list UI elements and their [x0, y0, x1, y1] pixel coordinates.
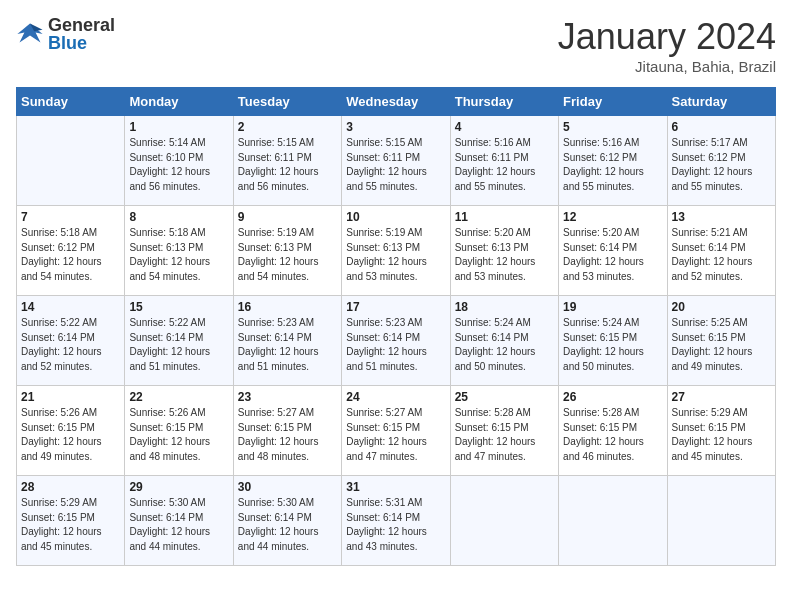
day-number: 26 — [563, 390, 662, 404]
day-info: Sunrise: 5:31 AMSunset: 6:14 PMDaylight:… — [346, 496, 445, 554]
day-info: Sunrise: 5:21 AMSunset: 6:14 PMDaylight:… — [672, 226, 771, 284]
day-info: Sunrise: 5:15 AMSunset: 6:11 PMDaylight:… — [238, 136, 337, 194]
day-info: Sunrise: 5:26 AMSunset: 6:15 PMDaylight:… — [129, 406, 228, 464]
calendar-cell — [450, 476, 558, 566]
calendar-cell: 9Sunrise: 5:19 AMSunset: 6:13 PMDaylight… — [233, 206, 341, 296]
day-info: Sunrise: 5:22 AMSunset: 6:14 PMDaylight:… — [129, 316, 228, 374]
day-number: 9 — [238, 210, 337, 224]
calendar-cell: 31Sunrise: 5:31 AMSunset: 6:14 PMDayligh… — [342, 476, 450, 566]
day-info: Sunrise: 5:18 AMSunset: 6:13 PMDaylight:… — [129, 226, 228, 284]
day-info: Sunrise: 5:27 AMSunset: 6:15 PMDaylight:… — [346, 406, 445, 464]
day-number: 10 — [346, 210, 445, 224]
day-info: Sunrise: 5:29 AMSunset: 6:15 PMDaylight:… — [672, 406, 771, 464]
calendar-cell: 23Sunrise: 5:27 AMSunset: 6:15 PMDayligh… — [233, 386, 341, 476]
day-info: Sunrise: 5:20 AMSunset: 6:14 PMDaylight:… — [563, 226, 662, 284]
day-number: 30 — [238, 480, 337, 494]
week-row-2: 7Sunrise: 5:18 AMSunset: 6:12 PMDaylight… — [17, 206, 776, 296]
calendar-cell: 16Sunrise: 5:23 AMSunset: 6:14 PMDayligh… — [233, 296, 341, 386]
day-number: 23 — [238, 390, 337, 404]
day-number: 28 — [21, 480, 120, 494]
day-number: 18 — [455, 300, 554, 314]
month-title: January 2024 — [558, 16, 776, 58]
day-header-wednesday: Wednesday — [342, 88, 450, 116]
day-header-tuesday: Tuesday — [233, 88, 341, 116]
logo-text: General Blue — [48, 16, 115, 52]
day-info: Sunrise: 5:14 AMSunset: 6:10 PMDaylight:… — [129, 136, 228, 194]
day-info: Sunrise: 5:25 AMSunset: 6:15 PMDaylight:… — [672, 316, 771, 374]
day-info: Sunrise: 5:27 AMSunset: 6:15 PMDaylight:… — [238, 406, 337, 464]
day-number: 1 — [129, 120, 228, 134]
calendar-cell: 22Sunrise: 5:26 AMSunset: 6:15 PMDayligh… — [125, 386, 233, 476]
calendar-table: SundayMondayTuesdayWednesdayThursdayFrid… — [16, 87, 776, 566]
day-info: Sunrise: 5:26 AMSunset: 6:15 PMDaylight:… — [21, 406, 120, 464]
calendar-cell: 8Sunrise: 5:18 AMSunset: 6:13 PMDaylight… — [125, 206, 233, 296]
day-info: Sunrise: 5:17 AMSunset: 6:12 PMDaylight:… — [672, 136, 771, 194]
day-info: Sunrise: 5:16 AMSunset: 6:12 PMDaylight:… — [563, 136, 662, 194]
calendar-cell: 1Sunrise: 5:14 AMSunset: 6:10 PMDaylight… — [125, 116, 233, 206]
day-info: Sunrise: 5:24 AMSunset: 6:15 PMDaylight:… — [563, 316, 662, 374]
calendar-cell: 25Sunrise: 5:28 AMSunset: 6:15 PMDayligh… — [450, 386, 558, 476]
day-number: 15 — [129, 300, 228, 314]
day-info: Sunrise: 5:19 AMSunset: 6:13 PMDaylight:… — [346, 226, 445, 284]
day-number: 16 — [238, 300, 337, 314]
week-row-4: 21Sunrise: 5:26 AMSunset: 6:15 PMDayligh… — [17, 386, 776, 476]
calendar-cell: 14Sunrise: 5:22 AMSunset: 6:14 PMDayligh… — [17, 296, 125, 386]
calendar-cell: 10Sunrise: 5:19 AMSunset: 6:13 PMDayligh… — [342, 206, 450, 296]
day-number: 14 — [21, 300, 120, 314]
day-number: 5 — [563, 120, 662, 134]
day-number: 12 — [563, 210, 662, 224]
day-info: Sunrise: 5:20 AMSunset: 6:13 PMDaylight:… — [455, 226, 554, 284]
day-number: 3 — [346, 120, 445, 134]
calendar-cell — [559, 476, 667, 566]
day-info: Sunrise: 5:28 AMSunset: 6:15 PMDaylight:… — [563, 406, 662, 464]
day-info: Sunrise: 5:15 AMSunset: 6:11 PMDaylight:… — [346, 136, 445, 194]
calendar-cell: 6Sunrise: 5:17 AMSunset: 6:12 PMDaylight… — [667, 116, 775, 206]
calendar-cell: 5Sunrise: 5:16 AMSunset: 6:12 PMDaylight… — [559, 116, 667, 206]
day-number: 27 — [672, 390, 771, 404]
calendar-cell — [667, 476, 775, 566]
day-number: 24 — [346, 390, 445, 404]
calendar-cell: 11Sunrise: 5:20 AMSunset: 6:13 PMDayligh… — [450, 206, 558, 296]
day-info: Sunrise: 5:16 AMSunset: 6:11 PMDaylight:… — [455, 136, 554, 194]
logo-bird-icon — [16, 20, 44, 48]
calendar-cell: 2Sunrise: 5:15 AMSunset: 6:11 PMDaylight… — [233, 116, 341, 206]
day-number: 29 — [129, 480, 228, 494]
day-number: 22 — [129, 390, 228, 404]
calendar-cell: 19Sunrise: 5:24 AMSunset: 6:15 PMDayligh… — [559, 296, 667, 386]
day-header-saturday: Saturday — [667, 88, 775, 116]
calendar-cell: 13Sunrise: 5:21 AMSunset: 6:14 PMDayligh… — [667, 206, 775, 296]
week-row-3: 14Sunrise: 5:22 AMSunset: 6:14 PMDayligh… — [17, 296, 776, 386]
week-row-5: 28Sunrise: 5:29 AMSunset: 6:15 PMDayligh… — [17, 476, 776, 566]
calendar-cell: 12Sunrise: 5:20 AMSunset: 6:14 PMDayligh… — [559, 206, 667, 296]
day-info: Sunrise: 5:24 AMSunset: 6:14 PMDaylight:… — [455, 316, 554, 374]
calendar-header-row: SundayMondayTuesdayWednesdayThursdayFrid… — [17, 88, 776, 116]
calendar-cell: 20Sunrise: 5:25 AMSunset: 6:15 PMDayligh… — [667, 296, 775, 386]
calendar-cell: 26Sunrise: 5:28 AMSunset: 6:15 PMDayligh… — [559, 386, 667, 476]
day-header-friday: Friday — [559, 88, 667, 116]
day-info: Sunrise: 5:18 AMSunset: 6:12 PMDaylight:… — [21, 226, 120, 284]
day-number: 4 — [455, 120, 554, 134]
day-info: Sunrise: 5:22 AMSunset: 6:14 PMDaylight:… — [21, 316, 120, 374]
day-number: 25 — [455, 390, 554, 404]
day-number: 20 — [672, 300, 771, 314]
day-info: Sunrise: 5:23 AMSunset: 6:14 PMDaylight:… — [238, 316, 337, 374]
day-number: 6 — [672, 120, 771, 134]
day-number: 2 — [238, 120, 337, 134]
day-number: 21 — [21, 390, 120, 404]
calendar-cell: 15Sunrise: 5:22 AMSunset: 6:14 PMDayligh… — [125, 296, 233, 386]
day-number: 17 — [346, 300, 445, 314]
day-number: 11 — [455, 210, 554, 224]
day-info: Sunrise: 5:29 AMSunset: 6:15 PMDaylight:… — [21, 496, 120, 554]
day-number: 7 — [21, 210, 120, 224]
day-info: Sunrise: 5:30 AMSunset: 6:14 PMDaylight:… — [129, 496, 228, 554]
calendar-cell: 3Sunrise: 5:15 AMSunset: 6:11 PMDaylight… — [342, 116, 450, 206]
calendar-cell: 18Sunrise: 5:24 AMSunset: 6:14 PMDayligh… — [450, 296, 558, 386]
day-header-monday: Monday — [125, 88, 233, 116]
day-number: 13 — [672, 210, 771, 224]
day-info: Sunrise: 5:28 AMSunset: 6:15 PMDaylight:… — [455, 406, 554, 464]
calendar-cell: 27Sunrise: 5:29 AMSunset: 6:15 PMDayligh… — [667, 386, 775, 476]
calendar-cell: 4Sunrise: 5:16 AMSunset: 6:11 PMDaylight… — [450, 116, 558, 206]
day-number: 8 — [129, 210, 228, 224]
day-info: Sunrise: 5:30 AMSunset: 6:14 PMDaylight:… — [238, 496, 337, 554]
title-block: January 2024 Jitauna, Bahia, Brazil — [558, 16, 776, 75]
